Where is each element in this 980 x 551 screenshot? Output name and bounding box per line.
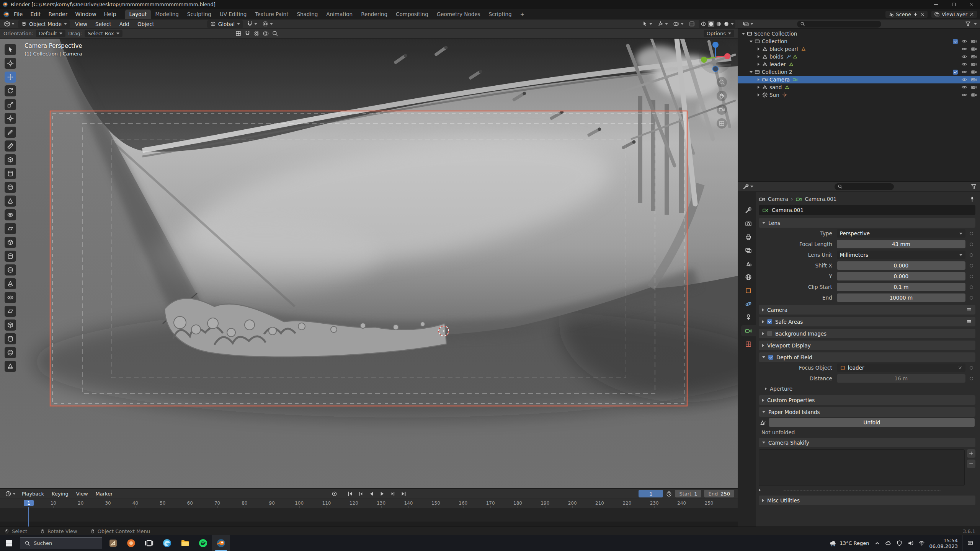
disable-in-renders-camera-icon[interactable] — [971, 54, 977, 60]
disable-in-renders-camera-icon[interactable] — [971, 92, 977, 98]
workspace-tab-geometry-nodes[interactable]: Geometry Nodes — [433, 10, 485, 19]
new-scene-icon[interactable] — [913, 12, 918, 17]
properties-filter-icon[interactable] — [970, 183, 977, 190]
outliner-row-sun[interactable]: Sun — [738, 91, 980, 99]
properties-search-input[interactable] — [835, 183, 894, 190]
disclosure-icon[interactable] — [756, 86, 761, 89]
panel-misc-utilities[interactable]: Misc Utilities — [759, 496, 975, 505]
tool-add-torus-2[interactable] — [5, 292, 16, 303]
panel-background-images[interactable]: Background Images — [759, 329, 975, 338]
onedrive-icon[interactable] — [885, 540, 892, 546]
number-field[interactable]: 10000 m — [837, 293, 965, 302]
add-shake-icon[interactable] — [967, 449, 975, 458]
pinned-app-1-taskbar-icon[interactable] — [104, 535, 122, 551]
shading-rendered-button[interactable] — [723, 21, 730, 27]
add-workspace-button[interactable]: + — [516, 10, 529, 19]
timeline-tracks[interactable] — [0, 508, 738, 527]
tool-add-plane-2[interactable] — [5, 306, 16, 317]
view-layer-selector[interactable]: ViewLayer — [931, 11, 977, 18]
tool-add-cube[interactable] — [5, 154, 16, 165]
menu-view[interactable]: View — [72, 20, 90, 28]
start-button[interactable] — [0, 535, 18, 551]
decorator-dot[interactable] — [967, 377, 975, 380]
menu-object[interactable]: Object — [134, 20, 157, 28]
clear-focus-object-icon[interactable] — [958, 365, 962, 370]
hide-in-viewport-eye-icon[interactable] — [961, 92, 967, 98]
timeline-ruler[interactable]: 1020304050607080901001101201301401501601… — [0, 499, 738, 508]
decorator-dot[interactable] — [967, 285, 975, 289]
tool-settings-toggle-2-icon[interactable] — [244, 30, 251, 37]
use-preview-range-icon[interactable] — [666, 491, 672, 497]
menu-add[interactable]: Add — [116, 20, 132, 28]
collection-checkbox[interactable] — [953, 39, 958, 44]
dropdown-field[interactable]: Perspective — [837, 229, 965, 238]
weather-widget[interactable]: 13°C Regen — [829, 540, 869, 547]
tool-annotate[interactable] — [5, 127, 16, 138]
xray-toggle[interactable] — [687, 20, 697, 28]
collection-checkbox[interactable] — [953, 70, 958, 75]
menu-keying[interactable]: Keying — [49, 490, 72, 497]
properties-tab-tool[interactable] — [741, 205, 756, 216]
playhead-line[interactable] — [28, 507, 29, 527]
outliner-row-camera[interactable]: Camera — [738, 76, 980, 83]
tool-add-cylinder-2[interactable] — [5, 251, 16, 262]
disclosure-icon[interactable] — [756, 63, 761, 66]
minimize-button[interactable] — [927, 0, 945, 9]
panel-safe-areas[interactable]: Safe Areas — [759, 317, 975, 326]
properties-tab-object-data[interactable] — [741, 325, 756, 336]
hidden-icons-chevron-icon[interactable] — [874, 540, 880, 546]
pan-hand-icon[interactable] — [717, 91, 727, 101]
pin-id-icon[interactable] — [969, 196, 975, 202]
remove-shake-icon[interactable] — [967, 460, 975, 468]
tool-transform[interactable] — [5, 113, 16, 124]
properties-tab-physics[interactable] — [741, 298, 756, 310]
outliner-row-black-pearl[interactable]: black pearl — [738, 45, 980, 53]
pinned-app-2-taskbar-icon[interactable] — [122, 535, 140, 551]
unlink-view-layer-icon[interactable] — [969, 12, 974, 17]
editor-type-button[interactable] — [2, 20, 16, 28]
spotify-taskbar-icon[interactable] — [194, 535, 212, 551]
tool-rotate[interactable] — [5, 85, 16, 96]
tool-add-cone[interactable] — [5, 196, 16, 207]
menu-edit[interactable]: Edit — [27, 10, 44, 18]
hide-in-viewport-eye-icon[interactable] — [961, 38, 967, 44]
tool-add-cone-3[interactable] — [5, 361, 16, 372]
workspace-tab-rendering[interactable]: Rendering — [357, 10, 392, 19]
panel-paper-model-islands[interactable]: Paper Model Islands — [759, 407, 975, 417]
taskbar-search-input[interactable]: Suchen — [20, 537, 102, 549]
jump-to-end-icon[interactable] — [399, 490, 408, 498]
properties-tab-constraints[interactable] — [741, 312, 756, 323]
workspace-tab-layout[interactable]: Layout — [125, 10, 151, 19]
notification-center-button[interactable] — [962, 535, 978, 551]
panel-menu-icon[interactable] — [966, 307, 972, 313]
camera-name-field[interactable]: Camera.001 — [759, 205, 975, 215]
disable-in-renders-camera-icon[interactable] — [971, 77, 977, 83]
panel-depth-of-field[interactable]: Depth of Field — [759, 352, 975, 362]
hide-in-viewport-eye-icon[interactable] — [961, 69, 967, 75]
outliner-row-scene-collection[interactable]: Scene Collection — [738, 30, 980, 37]
navigation-gizmo[interactable] — [698, 39, 733, 75]
tool-add-torus[interactable] — [5, 209, 16, 220]
blender-taskbar-icon[interactable] — [212, 535, 230, 551]
jump-to-start-icon[interactable] — [345, 490, 355, 498]
disclosure-icon[interactable] — [756, 78, 761, 81]
previous-keyframe-icon[interactable] — [356, 490, 366, 498]
show-gizmo-toggle[interactable] — [656, 20, 670, 28]
outliner-row-boids[interactable]: boids — [738, 53, 980, 60]
hide-in-viewport-eye-icon[interactable] — [961, 61, 967, 67]
tool-add-cylinder-3[interactable] — [5, 333, 16, 344]
mode-dropdown[interactable]: Object Mode — [18, 20, 70, 28]
properties-tab-object[interactable] — [741, 285, 756, 296]
tool-add-cube-3[interactable] — [5, 320, 16, 331]
proportional-editing-toggle[interactable] — [261, 20, 274, 28]
properties-tab-render[interactable] — [741, 218, 756, 229]
panel-camera[interactable]: Camera — [759, 305, 975, 315]
decorator-dot[interactable] — [967, 275, 975, 278]
disable-in-renders-camera-icon[interactable] — [971, 61, 977, 67]
workspace-tab-uv-editing[interactable]: UV Editing — [216, 10, 251, 19]
safe-areas-checkbox[interactable] — [767, 319, 772, 324]
number-field[interactable]: 0.000 — [837, 261, 965, 270]
properties-tab-output[interactable] — [741, 231, 756, 243]
disclosure-icon[interactable] — [756, 55, 761, 58]
number-field[interactable]: 0.1 m — [837, 283, 965, 291]
